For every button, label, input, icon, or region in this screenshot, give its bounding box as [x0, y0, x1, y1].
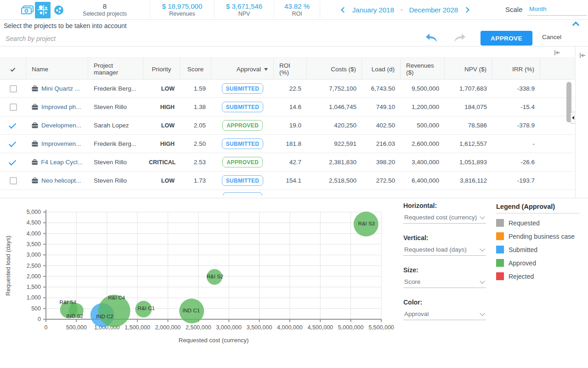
project-name[interactable]: Improvemen... [41, 140, 81, 147]
col-roi[interactable]: ROI (%) [274, 58, 307, 80]
stat-value: 8 [60, 2, 150, 11]
priority: LOW [143, 122, 180, 129]
svg-text:3,500,000: 3,500,000 [247, 324, 272, 331]
project-icon [32, 122, 38, 128]
approve-button[interactable]: APPROVE [481, 31, 532, 46]
collapse-panel-icon[interactable] [572, 22, 580, 29]
stat-roi: 43.82 % ROI [274, 1, 320, 18]
svg-text:0: 0 [38, 316, 41, 322]
chart-control: Size:Score [403, 266, 486, 287]
stat-label: Selected projects [60, 11, 150, 17]
control-select[interactable]: Approval [403, 309, 486, 320]
approval-badge[interactable]: SUBMITTED [222, 175, 264, 186]
score: 2.53 [180, 159, 211, 166]
col-load[interactable]: Load (d) [362, 58, 401, 80]
cancel-button[interactable]: Cancel [542, 34, 561, 40]
filter-dropdown-icon[interactable] [264, 68, 268, 71]
svg-text:2,000,000: 2,000,000 [155, 324, 181, 331]
collapse-side-icon[interactable] [579, 52, 586, 60]
svg-text:5,500,000: 5,500,000 [368, 324, 394, 331]
npv-value: 1,707,683 [445, 85, 492, 92]
col-project-manager[interactable]: Project manager [88, 58, 143, 80]
priority: LOW [143, 86, 180, 92]
search-input[interactable] [6, 33, 281, 44]
control-value: Requested cost (currency) [404, 214, 477, 221]
approval-badge[interactable]: APPROVED [222, 120, 263, 131]
col-irr[interactable]: IRR (%) [492, 58, 540, 80]
project-name[interactable]: F4 Leap Cycl... [41, 159, 83, 166]
redo-icon[interactable] [452, 32, 467, 44]
stat-value: 43.82 % [274, 2, 320, 11]
panel-collapse-handle[interactable] [571, 112, 575, 124]
chevron-down-icon [480, 278, 485, 283]
svg-text:5,000: 5,000 [27, 209, 41, 215]
chart-control: Color:Approval [403, 299, 486, 319]
project-name[interactable]: Mini Quartz ... [41, 85, 80, 92]
table-row[interactable]: Developmen...Sarah LopezLOW2.05APPROVED1… [0, 116, 574, 135]
control-select[interactable]: Score [403, 276, 486, 288]
bubble-chart-icon[interactable] [35, 2, 51, 18]
undo-icon[interactable] [424, 32, 439, 44]
col-costs[interactable]: Costs ($) [307, 58, 362, 80]
scale-select[interactable]: Month [527, 3, 587, 16]
load-value: 272.50 [362, 177, 401, 184]
subheader: Select the projects to be taken into acc… [0, 20, 588, 31]
costs-value: 2,381,830 [307, 159, 362, 166]
svg-text:2,500,000: 2,500,000 [186, 324, 211, 331]
project-name[interactable]: Neo helicopt... [41, 177, 81, 184]
table-row[interactable]: Mini Quartz ...Frederik Berg...LOW1.59SU… [0, 80, 574, 98]
prev-period-icon[interactable] [341, 7, 347, 13]
control-label: Vertical: [403, 234, 486, 244]
row-checked-icon[interactable] [9, 139, 16, 147]
select-all-header[interactable] [0, 58, 26, 80]
control-value: Requested load (days) [404, 246, 467, 253]
row-checkbox[interactable] [10, 104, 17, 111]
table-row[interactable]: F4 Leap Cycl...Steven RilloCRITICAL2.53A… [0, 153, 574, 172]
row-checked-icon[interactable] [9, 158, 16, 165]
col-priority[interactable]: Priority [143, 58, 180, 80]
next-period-icon[interactable] [464, 7, 469, 13]
scale-zone: Scale Month [490, 0, 588, 19]
row-checkbox[interactable] [10, 177, 17, 184]
approval-badge[interactable]: SUBMITTED [222, 83, 264, 94]
col-npv[interactable]: NPV ($) [445, 58, 492, 80]
project-name[interactable]: Developmen... [41, 122, 81, 129]
revenues-value: 2,600,000 [401, 140, 445, 147]
col-revenues[interactable]: Revenues ($) [401, 58, 445, 80]
control-label: Size: [403, 266, 486, 276]
row-checked-icon[interactable] [9, 121, 16, 128]
table-row[interactable]: Neo helicopt...Steven RilloLOW1.73SUBMIT… [0, 172, 574, 190]
col-approval[interactable]: Approval [211, 58, 274, 80]
control-select[interactable]: Requested load (days) [403, 244, 486, 256]
score: 1.73 [180, 177, 211, 184]
collapse-columns-icon[interactable] [554, 49, 560, 58]
control-select[interactable]: Requested cost (currency) [403, 212, 486, 224]
chart-control: Horizontal:Requested cost (currency) [403, 202, 486, 222]
cash-flow-icon[interactable] [20, 5, 34, 17]
approval-badge[interactable]: APPROVED [222, 157, 263, 167]
costs-value: 1,046,745 [307, 104, 362, 110]
col-name[interactable]: Name [26, 58, 88, 80]
load-value: 216.03 [362, 140, 401, 147]
table-row[interactable]: Improved ph...Steven RilloHIGH1.38SUBMIT… [0, 98, 574, 116]
start-date-link[interactable]: January 2018 [352, 6, 394, 14]
table-row[interactable]: Improvemen...Frederik Berg...HIGH2.50SUB… [0, 135, 574, 153]
project-manager: Sarah Lopez [88, 122, 143, 129]
project-name[interactable]: Improved ph... [41, 104, 81, 110]
chart-controls: Horizontal:Requested cost (currency)Vert… [403, 202, 486, 331]
col-score[interactable]: Score [180, 58, 211, 80]
project-manager: Steven Rillo [88, 177, 143, 184]
revenues-value: 6,400,000 [401, 177, 445, 184]
score: 1.38 [180, 104, 211, 110]
legend-item: Approved [496, 259, 580, 267]
svg-text:2,000: 2,000 [27, 273, 41, 280]
project-icon [32, 104, 38, 110]
irr-value: -26.6 [492, 159, 540, 166]
approval-badge[interactable]: SUBMITTED [222, 102, 264, 112]
end-date-link[interactable]: December 2028 [409, 6, 458, 14]
approval-badge[interactable]: SUBMITTED [222, 138, 264, 149]
irr-value: -15.4 [492, 104, 540, 110]
legend-label: Approved [509, 259, 536, 267]
x-axis-title: Requested cost (currency) [179, 337, 249, 344]
row-checkbox[interactable] [10, 85, 17, 92]
